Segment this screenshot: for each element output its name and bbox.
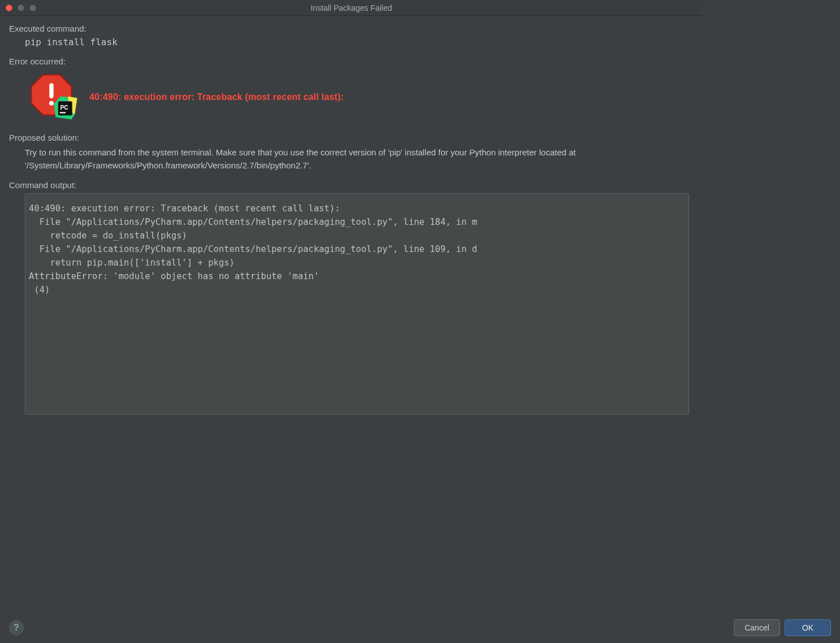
proposed-solution-text: Try to run this command from the system … bbox=[25, 146, 675, 172]
dialog-content: Executed command: pip install flask Erro… bbox=[0, 16, 703, 423]
error-icon-cluster: PC bbox=[28, 72, 80, 123]
executed-command-label: Executed command: bbox=[9, 24, 694, 33]
executed-command-value: pip install flask bbox=[25, 37, 694, 47]
svg-text:PC: PC bbox=[60, 105, 68, 111]
error-message: 40:490: execution error: Traceback (most… bbox=[89, 92, 344, 102]
maximize-window-button[interactable] bbox=[29, 5, 36, 11]
titlebar: Install Packages Failed bbox=[0, 0, 703, 16]
window-controls bbox=[0, 5, 36, 11]
minimize-window-button[interactable] bbox=[18, 5, 24, 11]
window-title: Install Packages Failed bbox=[0, 3, 703, 12]
close-window-button[interactable] bbox=[6, 5, 12, 11]
command-output-label: Command output: bbox=[9, 180, 694, 190]
pycharm-app-icon: PC bbox=[53, 95, 78, 120]
error-row: PC 40:490: execution error: Traceback (m… bbox=[28, 72, 694, 123]
svg-rect-7 bbox=[60, 112, 66, 113]
command-output-textarea[interactable]: 40:490: execution error: Traceback (most… bbox=[25, 193, 689, 415]
proposed-solution-label: Proposed solution: bbox=[9, 133, 694, 142]
error-occurred-label: Error occurred: bbox=[9, 57, 694, 66]
